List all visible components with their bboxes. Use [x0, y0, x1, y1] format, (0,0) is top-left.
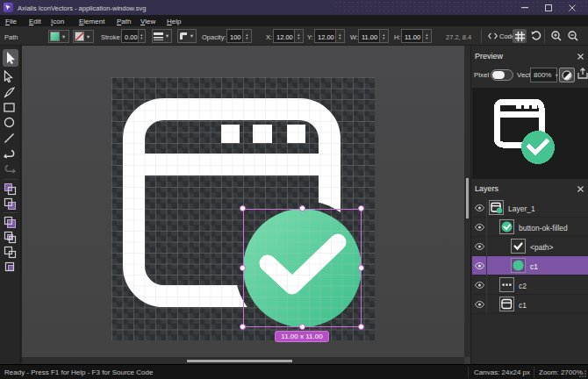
spinner-arrows[interactable]: ▲▼ — [294, 30, 303, 42]
direct-select-tool[interactable] — [4, 70, 18, 84]
visibility-toggle[interactable] — [472, 237, 487, 256]
corner-style-dropdown[interactable]: ▼ — [177, 29, 197, 43]
layer-row[interactable]: <path> — [472, 237, 588, 256]
preview-background-toggle[interactable] — [559, 68, 575, 82]
layer-row[interactable]: Layer_1 — [472, 198, 588, 218]
preview-zoom-select[interactable]: 800%▼ — [530, 68, 557, 82]
toolbar-separator — [544, 29, 545, 43]
pen-tool[interactable] — [4, 86, 18, 100]
path-label: Path — [4, 33, 18, 41]
menu-element[interactable]: Element — [79, 18, 104, 25]
x-label: X: — [266, 33, 272, 41]
distribute-button[interactable] — [4, 261, 18, 275]
close-button[interactable] — [569, 4, 576, 11]
right-panel: Preview Pixel Vector 800%▼ Layers — [470, 46, 588, 364]
preview-close-icon[interactable] — [577, 54, 584, 60]
vertical-scrollbar-thumb[interactable] — [466, 178, 469, 218]
menu-path[interactable]: Path — [117, 18, 131, 25]
w-input[interactable]: 11.00 ▲▼ — [358, 29, 389, 43]
group-button[interactable] — [4, 216, 18, 230]
ellipse-tool[interactable] — [4, 117, 18, 131]
layer-thumbnail — [499, 219, 514, 234]
layer-thumbnail — [489, 200, 504, 215]
zoom-out-button[interactable] — [566, 29, 579, 43]
status-separator — [534, 367, 534, 378]
zoom-in-button[interactable] — [549, 29, 563, 43]
h-input[interactable]: 11.00 ▲▼ — [401, 29, 432, 43]
menu-edit[interactable]: Edit — [29, 18, 41, 25]
visibility-toggle[interactable] — [472, 218, 487, 237]
menu-help[interactable]: Help — [167, 18, 181, 25]
layer-row[interactable]: c2 — [472, 275, 588, 295]
reset-view-button[interactable] — [529, 29, 543, 43]
layer-thumbnail — [511, 239, 526, 254]
horizontal-scrollbar[interactable] — [22, 357, 464, 364]
canvas-area[interactable]: 11.00 x 11.00 — [22, 46, 464, 357]
spinner-arrows[interactable]: ▲▼ — [379, 30, 388, 42]
pixel-label: Pixel — [474, 71, 489, 79]
menu-icon[interactable]: Icon — [51, 18, 64, 25]
rectangle-tool[interactable] — [4, 102, 18, 116]
properties-toolbar: Path ▼ ▼ Stroke: 0.00 ▲▼ ▼ ▼ Opacity: 10… — [0, 26, 588, 46]
select-tool[interactable] — [3, 49, 18, 67]
selection-handle-nw[interactable] — [240, 205, 246, 211]
spinner-arrows[interactable]: ▲▼ — [138, 30, 145, 42]
spinner-arrows[interactable]: ▲▼ — [242, 30, 251, 42]
y-input[interactable]: 12.00 ▲▼ — [314, 29, 345, 43]
selection-handle-sw[interactable] — [240, 324, 246, 330]
export-preview-button[interactable] — [577, 68, 588, 82]
visibility-toggle[interactable] — [472, 198, 487, 218]
resize-grip[interactable] — [579, 370, 586, 377]
toggle-knob — [492, 71, 505, 79]
send-backward-button[interactable] — [4, 197, 18, 211]
spinner-arrows[interactable]: ▲▼ — [422, 30, 431, 42]
x-input[interactable]: 12.00 ▲▼ — [273, 29, 304, 43]
zoom-out-icon — [568, 31, 578, 41]
selection-handle-e[interactable] — [358, 265, 364, 271]
redo-button[interactable] — [4, 163, 18, 177]
menu-view[interactable]: View — [140, 18, 155, 25]
selection-handle-s[interactable] — [299, 324, 305, 330]
selection-rectangle[interactable] — [243, 209, 362, 327]
ungroup-button[interactable] — [4, 231, 18, 245]
stroke-width-input[interactable]: 0.00 ▲▼ — [121, 29, 146, 43]
code-button[interactable]: Code — [488, 29, 515, 43]
undo-button[interactable] — [4, 148, 18, 162]
menu-file[interactable]: File — [5, 18, 17, 25]
vertical-scrollbar[interactable] — [464, 46, 470, 357]
visibility-toggle[interactable] — [472, 295, 487, 314]
stroke-color-picker[interactable]: ▼ — [73, 30, 94, 43]
maximize-button[interactable] — [545, 4, 552, 11]
zoom-in-icon — [551, 31, 562, 41]
visibility-toggle[interactable] — [472, 256, 487, 275]
visibility-toggle[interactable] — [472, 275, 487, 295]
layers-close-icon[interactable] — [577, 186, 584, 192]
layer-row-selected[interactable]: c1 — [472, 256, 588, 275]
preview-icon — [492, 94, 559, 169]
grid-toggle-button[interactable] — [513, 29, 527, 43]
grid-icon — [515, 32, 525, 41]
selection-handle-ne[interactable] — [358, 205, 364, 211]
line-style-dropdown[interactable]: ▼ — [152, 29, 172, 43]
opacity-input[interactable]: 100 ▲▼ — [226, 29, 252, 43]
zoom-status: Zoom: 2700% — [539, 368, 583, 376]
window-title: Axialis IconVectors - application-window… — [18, 4, 146, 12]
horizontal-scrollbar-thumb[interactable] — [187, 360, 292, 362]
layer-row[interactable]: button-ok-filled — [472, 218, 588, 237]
preview-box — [472, 88, 588, 179]
minimize-button[interactable] — [521, 7, 528, 9]
scrollbar-corner — [464, 357, 470, 364]
bring-forward-button[interactable] — [4, 182, 18, 197]
spinner-arrows[interactable]: ▲▼ — [335, 30, 344, 42]
align-button[interactable] — [4, 246, 18, 260]
opacity-label: Opacity: — [202, 33, 226, 41]
pixel-vector-toggle[interactable] — [491, 69, 513, 81]
selection-handle-w[interactable] — [240, 265, 246, 271]
layer-row[interactable]: c1 — [472, 295, 588, 314]
selection-handle-n[interactable] — [299, 205, 305, 211]
icon-canvas-grid[interactable]: 11.00 x 11.00 — [111, 77, 375, 340]
line-tool[interactable] — [4, 132, 18, 147]
selection-handle-se[interactable] — [358, 324, 364, 330]
corner-style-icon — [179, 32, 188, 40]
fill-color-picker[interactable]: ▼ — [48, 30, 69, 43]
